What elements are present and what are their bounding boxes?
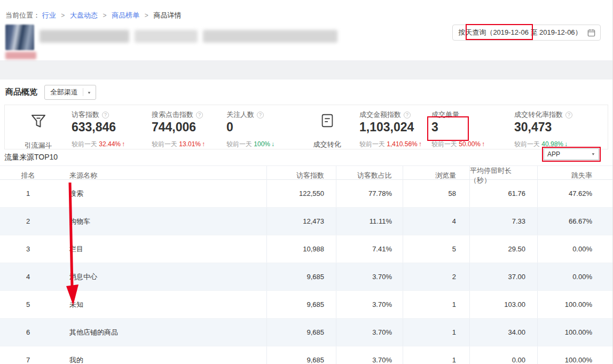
help-icon[interactable] (404, 112, 411, 118)
table-row: 5 未知 9,685 3.70% 1 103.00 100.00% (0, 291, 612, 319)
table-cell: 1 (403, 291, 470, 318)
table-row: 4 消息中心 9,685 3.70% 2 37.00 0.00% (0, 263, 612, 291)
metric-label: 成交转化率指数 (514, 110, 563, 120)
table-cell: 3.70% (336, 346, 403, 364)
help-icon[interactable] (257, 112, 264, 118)
metric-follow-count: 关注人数 0 较前一天 100%↓ (226, 110, 304, 149)
metric-change: 较前一天 1,410.56%↑ (359, 140, 422, 149)
help-icon[interactable] (196, 112, 203, 118)
top-header: 当前位置： 行业 > 大盘动态 > 商品榜单 > 商品详情 按天查询（2019-… (0, 0, 612, 60)
metric-value: 633,846 (72, 120, 152, 134)
table-cell: 3.70% (336, 291, 403, 318)
metric-transaction-amount-index: 成交金额指数 1,103,024 较前一天 1,410.56%↑ (350, 110, 422, 149)
table-cell: 0.00 (470, 346, 538, 364)
table-cell: 47.62% (538, 180, 612, 207)
redacted-product-tag (5, 52, 36, 59)
table-cell: 11.11% (336, 208, 403, 235)
table-cell: 1 (403, 319, 470, 346)
channel-dropdown-value: 全部渠道 (50, 88, 78, 97)
help-icon[interactable] (565, 112, 572, 118)
up-arrow-icon: ↑ (122, 140, 125, 148)
help-icon[interactable] (102, 112, 109, 118)
table-cell: 66.67% (538, 208, 612, 235)
table-cell: 9,685 (267, 319, 336, 346)
table-cell: 0.00% (538, 235, 612, 263)
table-cell: 5 (0, 291, 56, 318)
app-channel-select[interactable]: APP (544, 148, 599, 160)
table-cell: 37.00 (470, 263, 538, 290)
table-cell: 58 (403, 180, 470, 207)
redacted-product-title (203, 30, 337, 43)
table-cell: 4 (0, 263, 56, 290)
redacted-product-title (40, 30, 129, 43)
table-cell: 6 (0, 319, 56, 346)
metric-search-click-index: 搜索点击指数 744,006 较前一天 13.01%↑ (152, 110, 226, 149)
breadcrumb: 当前位置： 行业 > 大盘动态 > 商品榜单 > 商品详情 (5, 11, 181, 20)
channel-dropdown[interactable]: 全部渠道 (44, 85, 96, 100)
table-row: 7 我的 9,685 3.70% 1 0.00 100.00% (0, 346, 612, 364)
metric-change: 较前一天 32.44%↑ (72, 140, 152, 149)
table-cell: 3.70% (336, 263, 403, 290)
table-cell: 77.78% (336, 180, 403, 207)
breadcrumb-link-ranking[interactable]: 商品榜单 (112, 11, 139, 19)
table-header-row: 排名 来源名称 访客指数 访客数占比 浏览量 平均停留时长（秒） 跳失率 (0, 165, 612, 180)
table-cell: 消息中心 (56, 263, 267, 290)
table-cell: 3 (0, 235, 56, 263)
table-cell: 61.76 (470, 180, 538, 207)
table-cell: 9,685 (267, 291, 336, 318)
funnel-group: 引流漏斗 (5, 110, 72, 149)
metric-value: 744,006 (152, 120, 226, 134)
table-cell: 7.33 (470, 208, 538, 235)
traffic-sources-section: 流量来源TOP10 APP 排名 来源名称 访客指数 访客数占比 浏览量 平均停… (0, 149, 612, 364)
metric-order-count: 成交单量 3 较前一天 50.00%↑ (422, 110, 505, 149)
breadcrumb-link-industry[interactable]: 行业 (42, 11, 56, 19)
calendar-icon[interactable] (587, 29, 595, 38)
table-cell: 0.00% (538, 263, 612, 290)
page: 当前位置： 行业 > 大盘动态 > 商品榜单 > 商品详情 按天查询（2019-… (0, 0, 613, 364)
overview-metrics-card: 引流漏斗 访客指数 633,846 较前一天 32.44%↑ 搜索点击指数 74… (4, 105, 608, 149)
table-cell: 9,685 (267, 346, 336, 364)
table-cell: 7 (0, 346, 56, 364)
up-arrow-icon: ↑ (482, 140, 485, 148)
metric-change: 较前一天 13.01%↑ (152, 140, 226, 149)
metric-change: 较前一天 50.00%↑ (431, 140, 505, 149)
traffic-sources-title: 流量来源TOP10 (4, 153, 58, 162)
table-cell: 1 (403, 346, 470, 364)
metric-label: 访客指数 (72, 110, 99, 120)
table-cell: 29.50 (470, 235, 538, 263)
redacted-product-title (135, 30, 198, 43)
table-cell: 7.41% (336, 235, 403, 263)
breadcrumb-label: 当前位置： (5, 11, 40, 19)
table-cell: 3.70% (336, 319, 403, 346)
date-query-text: 按天查询（2019-12-06 至 2019-12-06） (453, 25, 587, 40)
table-cell: 2 (403, 263, 470, 290)
metric-label: 成交金额指数 (359, 110, 401, 120)
metric-label: 搜索点击指数 (152, 110, 193, 120)
traffic-sources-header: 流量来源TOP10 APP (0, 149, 612, 165)
table-cell: 5 (403, 235, 470, 263)
table-cell: 100.00% (538, 346, 612, 364)
table-cell: 100.00% (538, 319, 612, 346)
table-cell: 103.00 (470, 291, 538, 318)
conversion-group: 成交转化 (304, 110, 350, 149)
table-cell: 购物车 (56, 208, 267, 235)
table-cell: 122,550 (267, 180, 336, 207)
document-icon (319, 113, 335, 131)
up-arrow-icon: ↑ (419, 140, 422, 148)
table-cell: 未知 (56, 291, 267, 318)
table-cell: 4 (403, 208, 470, 235)
table-cell: 我的 (56, 346, 267, 364)
breadcrumb-link-market[interactable]: 大盘动态 (70, 11, 98, 19)
conversion-group-label: 成交转化 (313, 140, 341, 149)
table-cell: 9,685 (267, 263, 336, 290)
up-arrow-icon: ↑ (202, 140, 205, 148)
section-divider-band (0, 60, 612, 80)
table-cell: 10,988 (267, 235, 336, 263)
metric-label: 关注人数 (226, 110, 254, 120)
metric-value: 3 (431, 120, 505, 134)
table-cell: 搜索 (56, 180, 267, 207)
down-arrow-icon: ↓ (271, 140, 274, 148)
table-cell: 34.00 (470, 319, 538, 346)
date-range-picker[interactable]: 按天查询（2019-12-06 至 2019-12-06） (452, 25, 601, 41)
annotation-box-app-select: APP (542, 147, 601, 162)
